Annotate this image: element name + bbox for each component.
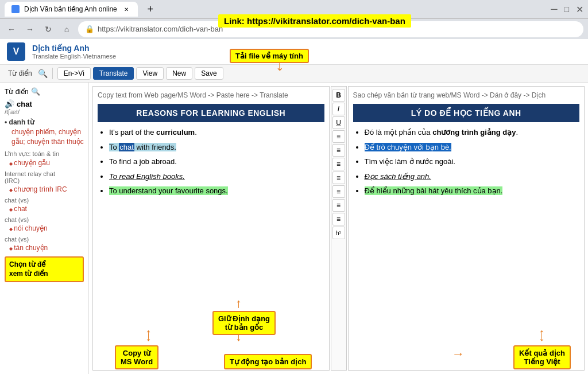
editor-bullet-5: To understand your favourite songs.: [109, 185, 324, 197]
app-title: Dịch tiếng Anh: [32, 44, 116, 53]
tab-title: Dịch Văn bản tiếng Anh online: [24, 5, 117, 13]
vi-blue-highlight: Để trò chuyện với bạn bè.: [365, 143, 451, 151]
copy-ms-word-annotation: Copy từ MS Word: [115, 345, 158, 369]
tai-file-annotation: Tải file về máy tính: [230, 49, 309, 63]
underline-italic-text: To read English books.: [109, 172, 185, 181]
new-button[interactable]: New: [166, 67, 192, 80]
link-annotation: Link: https://vikitranslator.com/dich-va…: [218, 14, 411, 28]
app-container: V Dịch tiếng Anh Translate English-Vietn…: [0, 39, 588, 374]
tab-close-btn[interactable]: ✕: [122, 5, 131, 14]
lock-icon: 🔒: [85, 25, 94, 33]
result-heading: LÝ DO ĐỂ HỌC TIẾNG ANH: [353, 104, 580, 122]
save-button[interactable]: Save: [195, 67, 223, 80]
toolbar: Từ điển 🔍 En->Vi Translate View New Save…: [0, 65, 588, 83]
chat-word: chat: [119, 143, 134, 151]
phonetic: /tʃæt/: [5, 108, 84, 116]
item-chuyen-gau-1[interactable]: chuyện gẫu: [5, 159, 84, 167]
dict-link-1[interactable]: chuyện phiếm, chuyện gẫu; chuyện thân th…: [5, 127, 84, 147]
result-bullet-4: Đọc sách tiếng anh.: [365, 171, 580, 182]
vi-underline-italic: Đọc sách tiếng anh.: [365, 172, 431, 181]
vi-green-highlight: Để hiểu những bài hát yêu thích của bạn.: [365, 186, 503, 195]
editor-bullet-4: To read English books.: [109, 171, 324, 182]
lang-button[interactable]: En->Vi: [57, 67, 91, 80]
list-ol-btn[interactable]: ≡: [332, 199, 345, 212]
bold-btn[interactable]: B: [332, 89, 345, 102]
arrow-copy-down: ↓: [145, 329, 152, 344]
result-bullet-list: Đó là một phần của chương trình giảng dạ…: [353, 127, 580, 197]
editor-panel[interactable]: Copy text from Web page/MS Word -> Paste…: [92, 86, 330, 371]
translate-button[interactable]: Translate: [93, 67, 134, 80]
editor-bullet-2: To chat with friends.: [109, 142, 324, 153]
editor-bullet-3: To find a job abroad.: [109, 156, 324, 167]
italic-btn[interactable]: I: [332, 103, 345, 115]
ket-qua-dich-annotation: Kết quả dịch Tiếng Việt: [513, 345, 571, 369]
new-tab-button[interactable]: +: [142, 1, 158, 17]
tu-dong-tao-annotation: Tự động tạo bản dịch: [224, 354, 312, 369]
dict-sidebar-label: Từ điển: [5, 88, 29, 96]
category-irc: Internet relay chat(IRC): [5, 170, 84, 184]
bold-vi-1: chương trình giảng dạy: [432, 128, 516, 137]
app-title-block: Dịch tiếng Anh Translate English-Vietnam…: [32, 44, 116, 60]
dict-label: Từ điển: [5, 68, 36, 79]
green-highlight-text: To understand your favourite songs.: [109, 186, 228, 195]
arrow-ket-qua-down: ↓: [539, 329, 545, 344]
close-btn[interactable]: ✕: [576, 4, 583, 15]
minimize-btn[interactable]: ─: [551, 4, 557, 14]
home-btn[interactable]: ⌂: [60, 22, 74, 36]
result-bullet-5: Để hiểu những bài hát yêu thích của bạn.: [365, 185, 580, 197]
bold-curriculum: curriculum: [156, 128, 195, 137]
outdent-btn[interactable]: ≡: [332, 185, 345, 198]
browser-tab[interactable]: Dịch Văn bản tiếng Anh online ✕: [5, 2, 138, 17]
audio-row: 🔊 chat: [5, 99, 84, 108]
underline-btn[interactable]: U: [332, 116, 345, 129]
result-panel: Sao chép văn bản từ trang web/MS Word ->…: [348, 86, 585, 371]
app-subtitle: Translate English-Vietnamese: [32, 53, 116, 60]
editor-bullet-1: It's part of the curriculum.: [109, 127, 324, 138]
danh-tu-label: danh từ: [5, 118, 84, 126]
editor-bullet-list: It's part of the curriculum. To chat wit…: [98, 127, 324, 197]
chon-tu-annotation: Chọn từ để xem từ điển: [5, 256, 84, 283]
refresh-btn[interactable]: ↻: [41, 22, 55, 36]
result-bullet-1: Đó là một phần của chương trình giảng dạ…: [365, 127, 580, 138]
category-chat-1: chat (vs): [5, 197, 84, 204]
giu-dinh-dang-annotation: Giữ Định dạng từ bản gốc: [212, 311, 276, 335]
item-chat[interactable]: chat: [5, 205, 84, 213]
tab-favicon: [11, 5, 20, 13]
category-toan-tin: Lĩnh vực: toán & tin: [5, 150, 84, 158]
category-chat-2: chat (vs): [5, 216, 84, 223]
editor-hint: Copy text from Web page/MS Word -> Paste…: [98, 91, 324, 99]
audio-icon[interactable]: 🔊: [5, 99, 14, 108]
back-btn[interactable]: ←: [5, 22, 18, 36]
window-controls: ─ □ ✕: [551, 4, 583, 15]
result-bullet-3: Tìm việc làm ở nước ngoài.: [365, 156, 580, 167]
search-sidebar-icon[interactable]: 🔍: [31, 87, 40, 96]
sidebar: Từ điển 🔍 🔊 chat /tʃæt/ danh từ chuyện p…: [0, 83, 89, 374]
item-chuong-trinh-irc[interactable]: chương trình IRC: [5, 185, 84, 193]
sidebar-search-row: Từ điển 🔍: [5, 87, 84, 96]
result-hint: Sao chép văn bản từ trang web/MS Word ->…: [353, 91, 580, 99]
heading-btn[interactable]: h¹: [332, 227, 345, 239]
result-bullet-2: Để trò chuyện với bạn bè.: [365, 142, 580, 153]
arrow-tu-dong-right: →: [452, 346, 465, 361]
indent-btn[interactable]: ≡: [332, 172, 345, 184]
dict-word: chat: [17, 100, 32, 108]
align-left-btn[interactable]: ≡: [332, 130, 345, 143]
item-noi-chuyen[interactable]: nói chuyện: [5, 224, 84, 232]
maximize-btn[interactable]: □: [564, 5, 569, 14]
list-ul-btn[interactable]: ≡: [332, 213, 345, 225]
view-button[interactable]: View: [136, 67, 164, 80]
arrow-giu-up: ↑: [235, 296, 242, 311]
highlighted-sentence: To chat with friends.: [109, 143, 176, 151]
editor-heading: REASONS FOR LEARNING ENGLISH: [98, 104, 324, 122]
search-icon[interactable]: 🔍: [38, 69, 48, 78]
category-chat-3: chat (vs): [5, 236, 84, 243]
formatting-toolbar: B I U ≡ ≡ ≡ ≡ ≡ ≡ ≡ h¹: [331, 86, 347, 371]
url-text: https://vikitranslator.com/dich-van-ban: [98, 25, 223, 33]
main-content: Từ điển 🔍 🔊 chat /tʃæt/ danh từ chuyện p…: [0, 83, 588, 374]
forward-btn[interactable]: →: [23, 22, 37, 36]
align-center-btn[interactable]: ≡: [332, 144, 345, 157]
align-right-btn[interactable]: ≡: [332, 158, 345, 170]
item-tan-chuyen[interactable]: tán chuyện: [5, 244, 84, 252]
address-bar-row: ← → ↻ ⌂ 🔒 https://vikitranslator.com/dic…: [0, 18, 588, 39]
app-logo: V: [7, 42, 25, 61]
